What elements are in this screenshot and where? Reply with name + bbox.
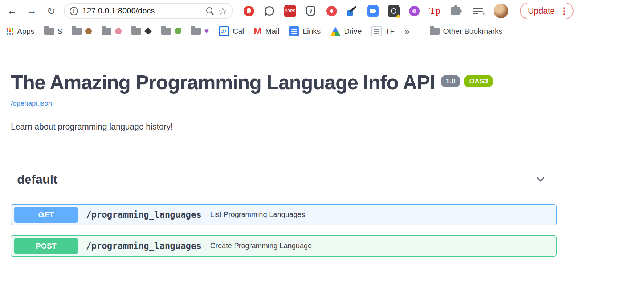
bookmarks-overflow-chevron[interactable]: »	[404, 26, 409, 37]
eyedropper-icon	[346, 5, 358, 17]
endpoint-summary: List Programming Languages	[210, 210, 305, 219]
bookmarks-bar: Apps $ ♥ 27 Cal M Mail Links Drive	[0, 22, 644, 41]
reload-icon[interactable]: ↻	[44, 4, 58, 18]
drive-label: Drive	[344, 27, 362, 36]
bookmark-folder-dollar[interactable]: $	[44, 27, 62, 36]
purple-flower-extension-icon[interactable]	[408, 5, 420, 17]
folder-icon	[191, 28, 201, 35]
cors-extension-icon[interactable]: CORS	[284, 5, 296, 17]
atom-extension-icon[interactable]	[387, 5, 400, 17]
other-bookmarks-label: Other Bookmarks	[443, 27, 502, 36]
tp-extension-icon[interactable]: Tp	[429, 5, 441, 17]
puzzle-piece-icon	[451, 7, 460, 15]
swagger-docs-page: The Amazing Programming Language Info AP…	[0, 41, 644, 257]
bookmark-calendar[interactable]: 27 Cal	[219, 26, 244, 36]
graduation-cap-emoji-icon	[144, 28, 151, 35]
chrome-update-button[interactable]: Update ⋮	[520, 3, 574, 19]
spreadsheet-icon	[371, 26, 382, 36]
shield-icon: ∨	[306, 6, 315, 16]
version-badge: 1.0	[441, 75, 460, 87]
other-bookmarks[interactable]: Other Bookmarks	[430, 27, 502, 36]
endpoint-row-get-programming-languages[interactable]: GET /programming_languages List Programm…	[11, 204, 557, 225]
speech-bubble-icon	[265, 6, 274, 16]
folder-icon	[161, 28, 171, 35]
endpoint-summary: Create Programming Language	[210, 242, 312, 250]
title-badges: 1.0 OAS3	[441, 71, 493, 87]
chevron-down-icon[interactable]	[534, 173, 547, 186]
purple-heart-emoji-icon: ♥	[204, 28, 209, 34]
forward-icon[interactable]: →	[25, 4, 38, 18]
drive-icon	[330, 27, 340, 36]
update-label: Update	[528, 6, 555, 16]
pinwheel-extension-icon[interactable]	[325, 5, 338, 17]
dog-emoji-icon	[85, 28, 92, 34]
folder-icon	[102, 28, 111, 35]
pinwheel-icon	[326, 6, 337, 16]
bookmark-mail[interactable]: M Mail	[254, 26, 279, 36]
folder-icon	[72, 28, 82, 35]
openapi-json-link[interactable]: /openapi.json	[11, 99, 52, 107]
zoom-extension-icon[interactable]	[367, 5, 379, 17]
apps-grid-icon	[7, 28, 13, 35]
back-icon[interactable]: ←	[5, 4, 19, 18]
calendar-label: Cal	[233, 27, 244, 36]
api-title-row: The Amazing Programming Language Info AP…	[11, 71, 644, 94]
adblocker-extension-icon[interactable]	[242, 5, 255, 17]
pocket-extension-icon[interactable]: ∨	[305, 5, 317, 17]
atom-icon	[388, 5, 400, 17]
page-title: The Amazing Programming Language Info AP…	[11, 71, 435, 94]
zoom-search-icon[interactable]	[206, 7, 214, 15]
bookmark-tf[interactable]: TF	[371, 26, 395, 36]
bookmark-drive[interactable]: Drive	[330, 27, 362, 36]
bookmark-star-icon[interactable]: ☆	[218, 5, 227, 17]
dollar-label: $	[58, 27, 62, 36]
bookmark-folder-brain[interactable]	[102, 28, 122, 35]
flower-icon	[409, 6, 420, 16]
endpoint-row-post-programming-languages[interactable]: POST /programming_languages Create Progr…	[11, 235, 557, 257]
chat-extension-icon[interactable]	[263, 5, 276, 17]
video-camera-icon	[367, 5, 379, 17]
http-method-badge: GET	[14, 207, 78, 223]
brain-emoji-icon	[115, 28, 122, 34]
herb-emoji-icon	[175, 28, 181, 34]
bookmark-folder-herb[interactable]	[161, 28, 181, 35]
color-picker-extension-icon[interactable]	[346, 5, 358, 17]
bookmark-links[interactable]: Links	[289, 26, 321, 36]
calendar-day: 27	[220, 27, 228, 35]
folder-icon	[44, 28, 54, 35]
bookmark-folder-dog[interactable]	[72, 28, 92, 35]
cors-icon: CORS	[284, 5, 296, 17]
address-bar[interactable]: i 127.0.0.1:8000/docs ☆	[64, 3, 233, 19]
apps-shortcut[interactable]: Apps	[7, 27, 34, 36]
extension-icons: CORS ∨ Tp	[242, 5, 462, 17]
apps-label: Apps	[17, 27, 34, 36]
profile-avatar[interactable]	[494, 4, 508, 18]
bookmarks-divider	[420, 26, 420, 37]
endpoint-path: /programming_languages	[86, 210, 201, 220]
http-method-badge: POST	[14, 238, 78, 254]
browser-toolbar: ← → ↻ i 127.0.0.1:8000/docs ☆ CORS ∨ Tp …	[0, 0, 644, 22]
api-description: Learn about programming language history…	[11, 122, 644, 132]
folder-icon	[430, 28, 440, 35]
hand-icon	[244, 6, 254, 16]
kebab-menu-icon[interactable]: ⋮	[560, 6, 568, 16]
puzzle-extension-icon[interactable]	[449, 5, 462, 17]
music-note-icon: ♪	[482, 10, 485, 17]
bookmark-folder-purple-heart[interactable]: ♥	[191, 28, 209, 35]
tp-icon: Tp	[429, 6, 441, 16]
folder-icon	[131, 28, 141, 35]
section-header-default[interactable]: default	[11, 167, 557, 194]
tf-label: TF	[385, 27, 395, 36]
endpoint-path: /programming_languages	[86, 241, 201, 251]
site-info-icon[interactable]: i	[70, 7, 78, 15]
default-section: default GET /programming_languages List …	[11, 167, 557, 257]
warning-triangle-icon	[396, 14, 400, 18]
gmail-icon: M	[254, 26, 262, 36]
bookmark-folder-graduation[interactable]	[131, 28, 151, 35]
url-text[interactable]: 127.0.0.1:8000/docs	[82, 6, 201, 16]
links-icon	[289, 26, 299, 36]
section-title: default	[17, 172, 57, 186]
links-label: Links	[303, 27, 321, 36]
media-queue-icon[interactable]: ♪	[473, 8, 484, 14]
mail-label: Mail	[265, 27, 280, 36]
